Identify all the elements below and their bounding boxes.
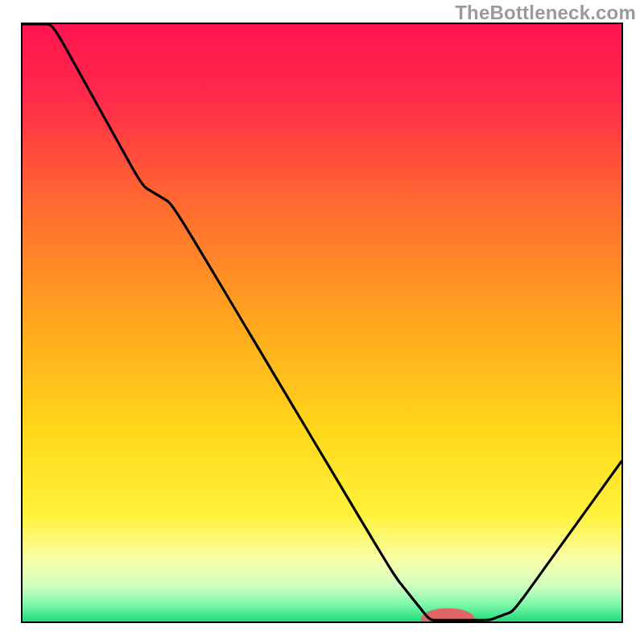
watermark-text: TheBottleneck.com [455,2,636,24]
chart-wrapper: TheBottleneck.com [0,0,644,644]
gradient-background [23,24,621,623]
plot-area [21,23,623,623]
svg-rect-0 [23,24,621,623]
